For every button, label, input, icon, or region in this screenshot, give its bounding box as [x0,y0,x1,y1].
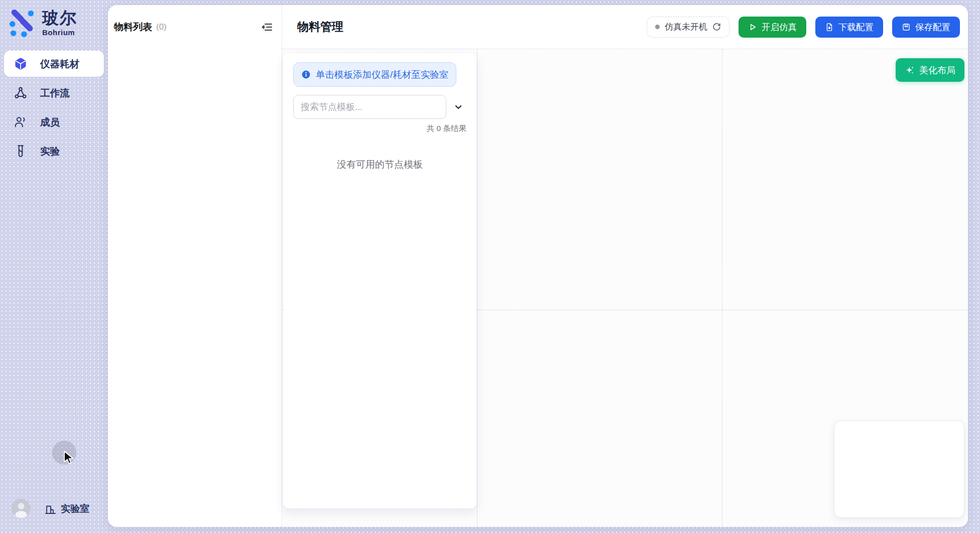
beautify-layout-label: 美化布局 [919,64,955,76]
template-hint-text: 单击模板添加仪器/耗材至实验室 [316,68,448,81]
save-config-button[interactable]: 保存配置 [892,17,960,38]
start-simulation-button[interactable]: 开启仿真 [739,17,806,38]
material-list-count: (0) [156,22,167,32]
sidebar: 玻尔 Bohrium 仪器耗材 工作流 [0,0,108,533]
brand-name-en: Bohrium [42,29,77,36]
template-hint-banner: 单击模板添加仪器/耗材至实验室 [293,62,456,87]
users-icon [14,115,27,128]
sidebar-item-label: 仪器耗材 [40,57,79,71]
cube-icon [14,57,27,70]
workspace-label: 实验室 [61,502,89,515]
sidebar-item-experiments[interactable]: 实验 [4,138,104,164]
refresh-icon[interactable] [712,23,721,31]
sidebar-footer: 实验室 [0,498,108,522]
template-result-count: 共 0 条结果 [293,123,466,134]
template-search-input[interactable] [293,95,446,119]
canvas-minimap[interactable] [834,421,964,518]
template-search-row [293,95,466,119]
material-list-panel: 物料列表 (0) [108,5,282,527]
main-header: 物料管理 仿真未开机 开启仿真 [282,5,968,49]
download-config-button[interactable]: 下载配置 [815,17,883,38]
panel-collapse-button[interactable] [260,20,275,35]
start-simulation-label: 开启仿真 [762,21,797,33]
sidebar-item-members[interactable]: 成员 [4,109,104,135]
canvas-gridline [722,49,722,527]
template-expand-button[interactable] [450,99,466,115]
play-icon [748,23,757,32]
save-icon [902,23,911,32]
page-title: 物料管理 [297,19,343,35]
simulation-status-pill[interactable]: 仿真未开机 [647,17,729,38]
download-config-label: 下载配置 [838,21,874,33]
save-config-label: 保存配置 [915,21,950,33]
node-template-panel: 单击模板添加仪器/耗材至实验室 共 0 条结果 没有可用的节点模板 [283,53,476,508]
beautify-layout-button[interactable]: 美化布局 [896,58,964,82]
material-list-title: 物料列表 [114,21,152,34]
sidebar-nav: 仪器耗材 工作流 成员 实验 [0,51,108,164]
brand-logo: 玻尔 Bohrium [0,0,108,37]
lab-canvas[interactable]: 单击模板添加仪器/耗材至实验室 共 0 条结果 没有可用的节点模板 [282,49,968,527]
sidebar-item-instruments[interactable]: 仪器耗材 [4,51,104,77]
info-icon [301,70,311,79]
status-dot [655,25,660,29]
bohrium-logo-icon [8,8,37,37]
template-empty-text: 没有可用的节点模板 [293,158,466,171]
main-card: 物料列表 (0) 物料管理 仿真未开机 [108,5,968,527]
file-download-icon [825,23,834,32]
workspace-switcher[interactable]: 实验室 [44,502,89,515]
main-area: 物料管理 仿真未开机 开启仿真 [282,5,968,527]
brand-name-zh: 玻尔 [42,10,77,26]
building-icon [44,503,56,515]
sidebar-item-label: 工作流 [40,86,70,100]
avatar-placeholder-icon [12,499,31,518]
sidebar-item-workflow[interactable]: 工作流 [4,80,104,106]
user-avatar[interactable] [12,499,31,518]
status-label: 仿真未开机 [665,21,707,33]
material-list-header: 物料列表 (0) [108,5,282,49]
chevron-down-icon [453,102,463,112]
test-tube-icon [14,145,27,158]
panel-collapse-icon [261,21,273,33]
sidebar-item-label: 成员 [40,115,60,129]
canvas-gridline [477,49,477,527]
sidebar-item-label: 实验 [40,145,60,158]
sparkles-icon [905,65,915,75]
workflow-icon [14,86,27,99]
